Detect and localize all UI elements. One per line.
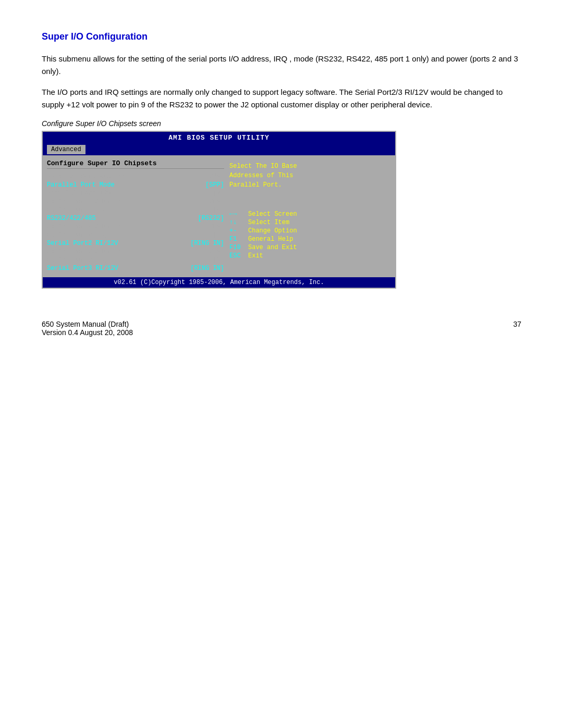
bios-row-value: [SPP]: [205, 181, 224, 189]
bios-row-value: [2F8]: [205, 223, 224, 230]
bios-key-row: ←→Select Screen: [229, 211, 391, 218]
bios-row-label: Parallel Port Mode: [47, 181, 115, 189]
bios-row-label: Serial Port2 IRQ: [47, 231, 107, 239]
bios-row-label: Parallel Port Address: [47, 173, 126, 180]
bios-key-row: F1General Help: [229, 236, 391, 243]
bios-footer: v02.61 (C)Copyright 1985-2006, American …: [43, 277, 395, 288]
bios-table-row: Serial Port2 IRQ[3]: [47, 231, 224, 239]
bios-body: Configure Super IO Chipsets Parallel Por…: [43, 155, 395, 277]
bios-help-text: Select The IO Base Addresses of This Par…: [229, 162, 391, 190]
bios-key-row: +-Change Option: [229, 227, 391, 235]
bios-row-value: [378]: [205, 173, 224, 180]
bios-key-key: ←→: [229, 211, 246, 218]
bios-row-value: [7]: [213, 190, 224, 197]
bios-row-label: Parallel Port IRQ: [47, 190, 111, 197]
bios-row-label: Serial Port3 IRQ: [47, 256, 107, 264]
bios-row-value: [3F8]: [205, 198, 224, 205]
bios-key-key: F10: [229, 244, 246, 251]
page-footer: 650 System Manual (Draft) Version 0.4 Au…: [42, 320, 521, 337]
bios-table-row: Parallel Port IRQ[7]: [47, 190, 224, 197]
bios-row-value: [5]: [213, 256, 224, 264]
bios-table-row: Parallel Port Address[378]: [47, 173, 224, 180]
bios-row-value: [RING IN]: [190, 240, 224, 247]
bios-row-label: Serial Port3 RI/12V: [47, 265, 118, 272]
footer-left-line1: 650 System Manual (Draft): [42, 320, 133, 328]
bios-row-value: [3E8]: [205, 248, 224, 255]
bios-table-row: Serial Port1 Address[3F8]: [47, 198, 224, 205]
bios-row-value: [4]: [213, 206, 224, 214]
figure-caption: Configure Super I/O Chipsets screen: [42, 119, 521, 128]
bios-title-bar: AMI BIOS SETUP UTILITY: [43, 132, 395, 144]
bios-row-label: Serial Port3 Address: [47, 248, 122, 255]
bios-row-label: Serial Port2 RI/12V: [47, 240, 118, 247]
bios-key-key: F1: [229, 236, 246, 243]
bios-row-label: Serial Port2 Address: [47, 223, 122, 230]
bios-row-value: [RING IN]: [190, 265, 224, 272]
bios-section-title: Configure Super IO Chipsets: [47, 159, 224, 169]
bios-table-row: Serial Port2 Address[2F8]: [47, 223, 224, 230]
bios-key-key: ESC: [229, 252, 246, 260]
bios-key-key: ↑↓: [229, 219, 246, 226]
footer-page-number: 37: [513, 320, 521, 337]
bios-rows: Parallel Port Address[378]Parallel Port …: [47, 173, 224, 272]
bios-key-action: Select Item: [248, 219, 289, 226]
bios-screen: AMI BIOS SETUP UTILITY Advanced Configur…: [42, 131, 396, 289]
bios-table-row: Parallel Port Mode[SPP]: [47, 181, 224, 189]
bios-row-label: Serial Port1 Address: [47, 198, 122, 205]
bios-tab-bar: Advanced: [43, 144, 395, 155]
bios-key-action: Save and Exit: [248, 244, 297, 251]
bios-key-action: Select Screen: [248, 211, 297, 218]
bios-tab-advanced[interactable]: Advanced: [47, 145, 85, 154]
bios-key-action: Change Option: [248, 227, 297, 235]
bios-keys: ←→Select Screen↑↓Select Item+-Change Opt…: [229, 211, 391, 260]
bios-row-label: Serial Port1 IRQ: [47, 206, 107, 214]
bios-row-label: RS232/422/485: [47, 215, 96, 222]
bios-key-action: General Help: [248, 236, 293, 243]
description-paragraph-2: The I/O ports and IRQ settings are norma…: [42, 86, 521, 111]
bios-row-value: [RS232]: [198, 215, 224, 222]
bios-key-action: Exit: [248, 252, 263, 260]
bios-right-panel: Select The IO Base Addresses of This Par…: [229, 159, 391, 273]
bios-table-row: Serial Port3 RI/12V[RING IN]: [47, 265, 224, 272]
footer-left: 650 System Manual (Draft) Version 0.4 Au…: [42, 320, 133, 337]
bios-table-row: Serial Port2 RI/12V[RING IN]: [47, 240, 224, 247]
bios-table-row: Serial Port3 IRQ[5]: [47, 256, 224, 264]
description-paragraph-1: This submenu allows for the setting of t…: [42, 53, 521, 78]
bios-left-panel: Configure Super IO Chipsets Parallel Por…: [47, 159, 224, 273]
bios-key-key: +-: [229, 227, 246, 235]
page-title: Super I/O Configuration: [42, 31, 521, 42]
bios-row-value: [3]: [213, 231, 224, 239]
bios-key-row: ↑↓Select Item: [229, 219, 391, 226]
bios-table-row: Serial Port3 Address[3E8]: [47, 248, 224, 255]
footer-left-line2: Version 0.4 August 20, 2008: [42, 328, 133, 337]
bios-table-row: Serial Port1 IRQ[4]: [47, 206, 224, 214]
bios-key-row: F10Save and Exit: [229, 244, 391, 251]
bios-table-row: RS232/422/485[RS232]: [47, 215, 224, 222]
bios-key-row: ESCExit: [229, 252, 391, 260]
